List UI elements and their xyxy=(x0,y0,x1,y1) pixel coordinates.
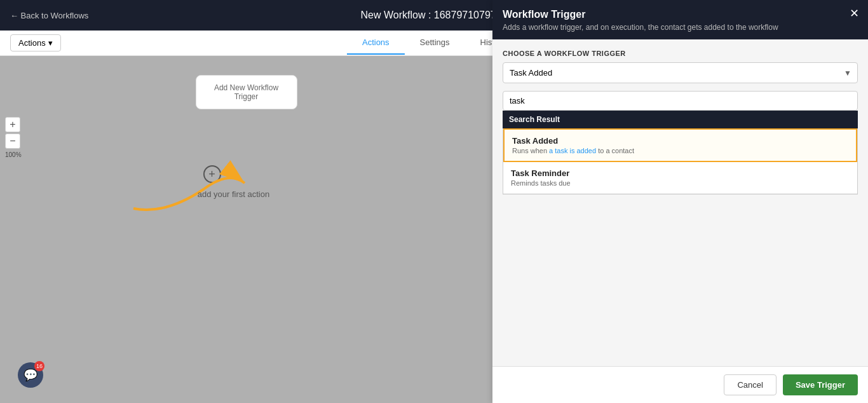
trigger-card-text: Add New Workflow Trigger xyxy=(214,83,278,101)
back-to-workflows-link[interactable]: ← Back to Workflows xyxy=(10,11,88,20)
save-trigger-button[interactable]: Save Trigger xyxy=(783,374,858,395)
canvas-area: + − 100% Add New Workflow Trigger + add … xyxy=(0,56,492,403)
notification-count: 16 xyxy=(34,361,44,371)
actions-dropdown-button[interactable]: Actions ▾ xyxy=(10,34,61,51)
zoom-out-button[interactable]: − xyxy=(5,133,20,149)
add-action-button[interactable]: + xyxy=(203,165,221,183)
panel-subtitle: Adds a workflow trigger, and on executio… xyxy=(503,23,858,32)
result-item-task-reminder-title: Task Reminder xyxy=(511,168,850,178)
panel-body: CHOOSE A WORKFLOW TRIGGER Task Added ▼ S… xyxy=(492,39,868,366)
panel-header: Workflow Trigger Adds a workflow trigger… xyxy=(492,0,868,39)
chevron-down-icon: ▾ xyxy=(48,38,53,48)
trigger-search-input[interactable] xyxy=(503,91,858,111)
result-item-task-reminder[interactable]: Task Reminder Reminds tasks due xyxy=(503,162,857,194)
panel-footer: Cancel Save Trigger xyxy=(492,366,868,403)
trigger-card[interactable]: Add New Workflow Trigger xyxy=(196,75,297,109)
tab-actions[interactable]: Actions xyxy=(347,31,405,55)
cancel-button[interactable]: Cancel xyxy=(724,374,776,395)
add-first-action-text: add your first action xyxy=(170,189,297,199)
result-item-task-reminder-desc: Reminds tasks due xyxy=(511,179,850,187)
panel-close-button[interactable]: ✕ xyxy=(850,8,859,19)
search-result-header: Search Result xyxy=(503,111,858,128)
zoom-controls: + − 100% xyxy=(5,117,22,158)
section-label: CHOOSE A WORKFLOW TRIGGER xyxy=(503,50,858,57)
tab-settings[interactable]: Settings xyxy=(405,31,465,55)
result-item-task-added-title: Task Added xyxy=(512,136,848,146)
zoom-in-button[interactable]: + xyxy=(5,117,20,132)
result-item-task-added[interactable]: Task Added Runs when a task is added to … xyxy=(503,128,857,162)
zoom-level: 100% xyxy=(5,151,22,158)
result-list: Task Added Runs when a task is added to … xyxy=(503,128,858,195)
trigger-select[interactable]: Task Added xyxy=(503,62,858,83)
trigger-select-wrapper: Task Added ▼ xyxy=(503,62,858,83)
panel-title: Workflow Trigger xyxy=(503,9,858,20)
right-panel: Workflow Trigger Adds a workflow trigger… xyxy=(492,0,868,403)
workflow-title: New Workflow : 1687971079719 xyxy=(361,10,508,21)
chat-icon: 💬 xyxy=(24,368,37,382)
actions-btn-label: Actions xyxy=(18,38,46,48)
highlight-text: a task is added xyxy=(549,147,596,154)
result-item-task-added-desc: Runs when a task is added to a contact xyxy=(512,147,848,154)
notification-badge[interactable]: 💬 16 xyxy=(18,362,43,388)
